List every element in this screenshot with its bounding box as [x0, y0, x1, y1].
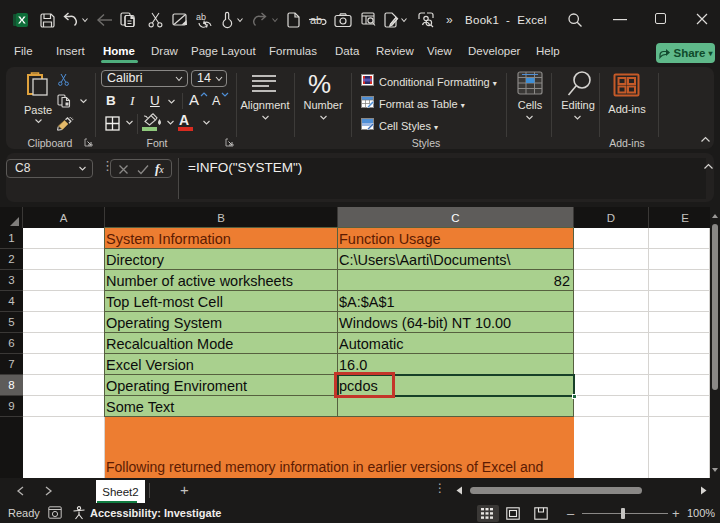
- svg-text:ab: ab: [196, 12, 206, 22]
